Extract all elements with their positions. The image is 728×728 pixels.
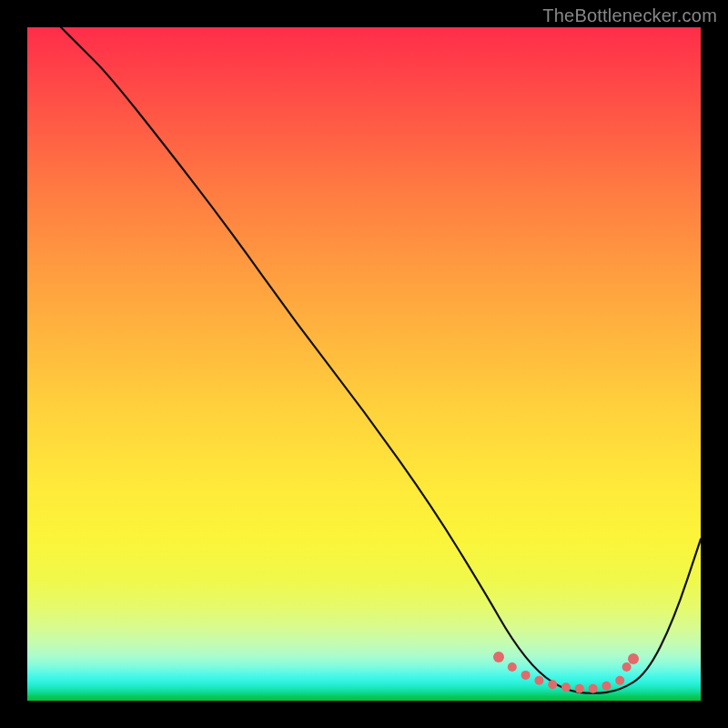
chart-marker bbox=[534, 676, 543, 685]
chart-svg bbox=[27, 27, 701, 701]
chart-marker bbox=[548, 680, 557, 689]
attribution-label: TheBottlenecker.com bbox=[542, 5, 717, 26]
chart-marker bbox=[602, 682, 611, 691]
chart-marker bbox=[622, 662, 632, 672]
chart-marker bbox=[575, 684, 584, 693]
chart-marker bbox=[628, 653, 639, 664]
chart-marker bbox=[589, 684, 598, 693]
chart-marker bbox=[521, 671, 531, 680]
chart-marker-group bbox=[493, 652, 639, 693]
chart-curve bbox=[61, 27, 701, 693]
chart-plot-area bbox=[27, 27, 701, 701]
chart-marker bbox=[615, 676, 624, 685]
chart-marker bbox=[561, 682, 571, 692]
chart-marker bbox=[493, 652, 504, 662]
chart-marker bbox=[508, 662, 517, 672]
